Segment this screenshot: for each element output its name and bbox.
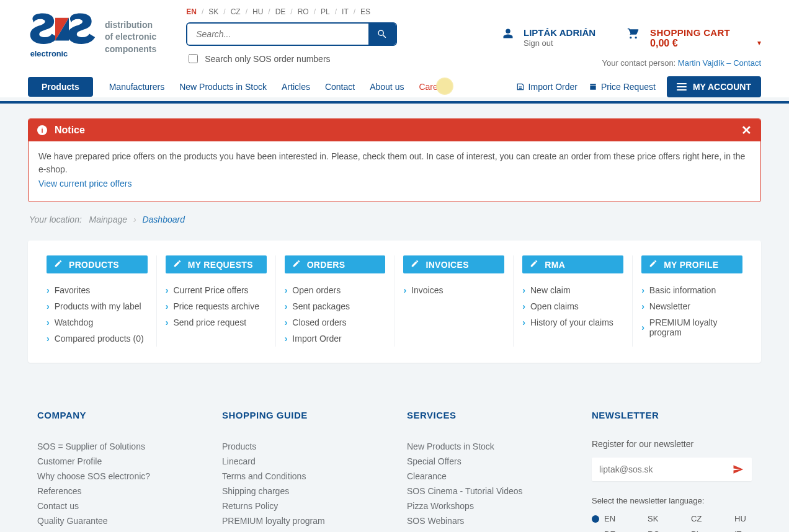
- hamburger-icon: [677, 81, 687, 92]
- search-input[interactable]: [187, 24, 368, 45]
- radio-icon: [592, 515, 599, 523]
- dashboard-item[interactable]: ›New claim: [522, 282, 623, 298]
- search-button[interactable]: [368, 24, 396, 45]
- price-request-icon: [589, 82, 597, 91]
- search-only-label: Search only SOS order numbers: [205, 54, 330, 64]
- notice-close-button[interactable]: ✕: [741, 124, 752, 136]
- chevron-right-icon: ›: [522, 317, 525, 327]
- svg-text:electronic: electronic: [30, 49, 68, 58]
- lang-it[interactable]: IT: [342, 7, 349, 16]
- highlight-dot-icon: [436, 78, 453, 95]
- footer-link[interactable]: Linecard: [222, 454, 382, 469]
- search-only-checkbox[interactable]: [189, 54, 198, 63]
- dashboard-item[interactable]: ›Watchdog: [47, 314, 148, 330]
- price-request-link[interactable]: Price Request: [589, 82, 656, 92]
- lang-cz[interactable]: CZ: [231, 7, 241, 16]
- notice-link[interactable]: View current price offers: [38, 177, 751, 190]
- nav-link-contact[interactable]: Contact: [325, 82, 355, 92]
- nav-link-manufacturers[interactable]: Manufacturers: [109, 82, 164, 92]
- dashboard-item[interactable]: ›Invoices: [403, 282, 504, 298]
- search-only-checkbox-row[interactable]: Search only SOS order numbers: [186, 52, 397, 65]
- dashboard-item[interactable]: ›Newsletter: [641, 298, 742, 314]
- dashboard-item[interactable]: ›Basic information: [641, 282, 742, 298]
- footer-link[interactable]: Returns Policy: [222, 499, 382, 513]
- footer-link[interactable]: SOS Webinars: [407, 513, 567, 528]
- import-icon: [516, 82, 525, 91]
- breadcrumb-mainpage[interactable]: Mainpage: [89, 215, 128, 224]
- nav-link-about-us[interactable]: About us: [370, 82, 404, 92]
- newsletter-lang-de[interactable]: DE: [592, 530, 617, 532]
- dashboard-item[interactable]: ›History of your claims: [522, 314, 623, 330]
- chevron-right-icon: ›: [285, 317, 288, 327]
- newsletter-lang-cz[interactable]: CZ: [679, 514, 703, 523]
- newsletter-lang-en[interactable]: EN: [592, 514, 617, 523]
- newsletter-input[interactable]: liptak@sos.sk: [592, 458, 752, 481]
- footer-link[interactable]: References: [37, 484, 197, 499]
- lang-ro[interactable]: RO: [298, 7, 309, 16]
- my-account-button[interactable]: MY ACCOUNT: [667, 76, 761, 97]
- newsletter-lang-ro[interactable]: RO: [635, 530, 660, 532]
- breadcrumb: Your location: Mainpage › Dashboard: [29, 215, 761, 224]
- nav-products-button[interactable]: Products: [28, 77, 93, 97]
- lang-de[interactable]: DE: [275, 7, 286, 16]
- footer-link[interactable]: SOS Cinema - Tutorial Videos: [407, 484, 567, 499]
- footer-link[interactable]: SOS = Supplier of Solutions: [37, 439, 197, 454]
- user-block[interactable]: LIPTÁK ADRIÁN Sign out: [502, 27, 595, 49]
- dashboard-head: MY REQUESTS: [166, 255, 267, 273]
- footer-link[interactable]: New Products in Stock: [407, 439, 567, 454]
- dashboard-head: INVOICES: [403, 255, 504, 273]
- footer-link[interactable]: Privacy: [222, 528, 382, 532]
- dashboard-col-products: PRODUCTS›Favorites›Products with my labe…: [38, 255, 157, 347]
- footer-link[interactable]: Shipping charges: [222, 484, 382, 499]
- chevron-right-icon: ›: [403, 285, 406, 295]
- footer-link[interactable]: Clearance: [407, 469, 567, 484]
- footer-link[interactable]: Contact us: [37, 499, 197, 513]
- newsletter-lang-sk[interactable]: SK: [635, 514, 660, 523]
- dashboard-item[interactable]: ›Favorites: [47, 282, 148, 298]
- lang-en[interactable]: EN: [186, 7, 197, 16]
- cart-title: SHOPPING CART: [650, 27, 730, 38]
- lang-hu[interactable]: HU: [252, 7, 263, 16]
- newsletter-lang-hu[interactable]: HU: [722, 514, 747, 523]
- footer-link[interactable]: Products: [222, 439, 382, 454]
- footer-link[interactable]: Why choose SOS electronic?: [37, 469, 197, 484]
- lang-es[interactable]: ES: [360, 7, 370, 16]
- lang-sk[interactable]: SK: [208, 7, 218, 16]
- footer-col-newsletter: NEWSLETTERRegister for our newsletterlip…: [592, 410, 752, 532]
- dashboard-head: MY PROFILE: [641, 255, 742, 273]
- newsletter-lang-label: Select the newsletter language:: [592, 496, 752, 505]
- dashboard-item[interactable]: ›Current Price offers: [166, 282, 267, 298]
- footer-col-company: COMPANYSOS = Supplier of SolutionsCustom…: [37, 410, 197, 532]
- dashboard-item[interactable]: ›Open orders: [285, 282, 386, 298]
- chevron-right-icon: ›: [285, 285, 288, 295]
- contact-person-link[interactable]: Martin Vajdík – Contact: [678, 58, 761, 68]
- dashboard-item[interactable]: ›Closed orders: [285, 314, 386, 330]
- dashboard-item[interactable]: ›PREMIUM loyalty program: [641, 314, 742, 340]
- sign-out-link[interactable]: Sign out: [524, 38, 553, 48]
- dashboard-item[interactable]: ›Open claims: [522, 298, 623, 314]
- dashboard-item[interactable]: ›Sent packages: [285, 298, 386, 314]
- send-icon[interactable]: [732, 464, 744, 475]
- footer-link[interactable]: Special Offers: [407, 454, 567, 469]
- notice-title: Notice: [55, 125, 85, 136]
- nav-link-new-products-in-stock[interactable]: New Products in Stock: [179, 82, 267, 92]
- newsletter-lang-pl[interactable]: PL: [679, 530, 703, 532]
- footer-link[interactable]: Quality Guarantee: [37, 513, 197, 528]
- footer-link[interactable]: PREMIUM loyalty program: [222, 513, 382, 528]
- dashboard-item[interactable]: ›Price requests archive: [166, 298, 267, 314]
- dashboard-item[interactable]: ›Compared products (0): [47, 330, 148, 347]
- dashboard-item[interactable]: ›Products with my label: [47, 298, 148, 314]
- cart-block[interactable]: SHOPPING CART 0,00 € ▾: [626, 27, 761, 49]
- dashboard-head: PRODUCTS: [47, 255, 148, 273]
- newsletter-lang-it[interactable]: IT: [722, 530, 747, 532]
- footer-link[interactable]: Terms and Conditions: [222, 469, 382, 484]
- footer-link[interactable]: Pizza Workshops: [407, 499, 567, 513]
- footer-link[interactable]: Quality Policy: [37, 528, 197, 532]
- footer-link[interactable]: Customer Profile: [37, 454, 197, 469]
- import-order-link[interactable]: Import Order: [516, 82, 577, 92]
- dashboard-item[interactable]: ›Send price request: [166, 314, 267, 330]
- lang-pl[interactable]: PL: [321, 7, 330, 16]
- dashboard-item[interactable]: ›Import Order: [285, 330, 386, 347]
- logo[interactable]: electronic distribution of electronic co…: [28, 7, 156, 62]
- nav-link-articles[interactable]: Articles: [282, 82, 310, 92]
